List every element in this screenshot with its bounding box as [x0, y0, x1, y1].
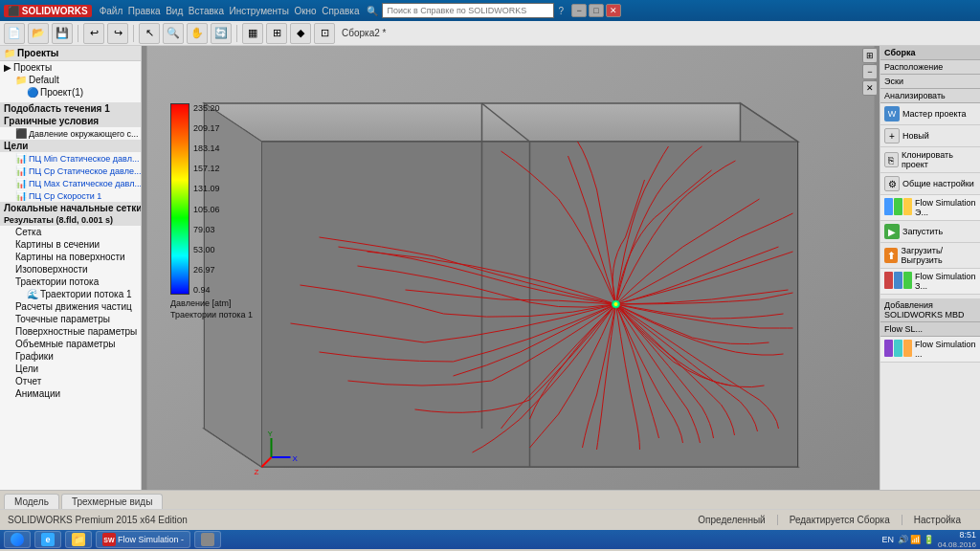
clone-icon: ⎘ [884, 152, 899, 167]
start-icon [11, 533, 24, 546]
tree-item-mesh[interactable]: Сетка [0, 226, 141, 238]
tree-item-volume-params[interactable]: Объемные параметры [0, 338, 141, 350]
tree-section-init-mesh[interactable]: Локальные начальные сетки [0, 202, 141, 214]
tree-item-report[interactable]: Отчет [0, 375, 141, 387]
legend-val-3: 157.12 [193, 164, 220, 173]
rp-btn-new[interactable]: + Новый [880, 125, 980, 147]
taskbar-ie[interactable]: e [34, 531, 61, 548]
svg-point-10 [612, 300, 620, 308]
tree-item-goal3[interactable]: 📊 ПЦ Max Статическое давл... [0, 177, 141, 189]
viewport-minimize-button[interactable]: − [862, 64, 878, 79]
tree-item-project1[interactable]: 🔵 Проект(1) [0, 86, 141, 99]
taskbar-start[interactable] [4, 531, 31, 548]
viewport[interactable]: X Y Z 235.20 209.17 183.14 157.12 131.09… [142, 46, 880, 490]
pan-button[interactable]: ✋ [187, 23, 208, 44]
tree-item-goal2[interactable]: 📊 ПЦ Ср Статическое давле... [0, 165, 141, 177]
new-button[interactable]: 📄 [4, 23, 25, 44]
tree-item-isosurfaces[interactable]: Изоповерхности [0, 263, 141, 276]
tree-label: ПЦ Ср Скорости 1 [29, 191, 101, 201]
tree-item-projects[interactable]: ▶ Проекты [0, 61, 141, 74]
taskbar: e 📁 SW Flow Simulation - EN 🔊 📶 🔋 8:51 0… [0, 530, 980, 549]
taskbar-sw-item[interactable]: SW Flow Simulation - [96, 531, 190, 548]
rp-tab-assembly[interactable]: Сборка [880, 46, 980, 60]
tree-item-traj1[interactable]: 🌊 Траектории потока 1 [0, 288, 141, 300]
view-section[interactable]: ⊡ [314, 23, 335, 44]
btn-label: Общие настройки [902, 179, 974, 188]
tree-section-subdomain[interactable]: Подобласть течения 1 [0, 102, 141, 115]
legend-val-2: 183.14 [193, 143, 220, 153]
btn-label: Запустить [902, 227, 943, 236]
tree-item-surface-plots[interactable]: Картины на поверхности [0, 251, 141, 263]
rp-btn-run[interactable]: ▶ Запустить [880, 221, 980, 243]
view-iso[interactable]: ◆ [290, 23, 311, 44]
zoom-button[interactable]: 🔍 [163, 23, 184, 44]
goal-icon: 📊 [15, 153, 27, 164]
tree-item-goal1[interactable]: 📊 ПЦ Min Статическое давл... [0, 152, 141, 165]
rp-btn-clone[interactable]: ⎘ Клонировать проект [880, 147, 980, 173]
tree-section-boundaries[interactable]: Граничные условия [0, 115, 141, 127]
svg-text:Y: Y [268, 430, 274, 438]
taskbar-folder[interactable]: 📁 [65, 531, 92, 548]
tree-item-point-params[interactable]: Точечные параметры [0, 313, 141, 325]
right-panel: Сборка Расположение Эски Анализировать W… [880, 46, 980, 490]
search-input[interactable] [382, 3, 554, 18]
rp-btn-flow-sim3[interactable]: Flow Simulation ... [880, 337, 980, 363]
legend-val-5: 105.06 [193, 205, 220, 214]
search-icon: 🔍 [367, 6, 378, 16]
tree-item-pressure[interactable]: ⬛ Давление окружающего с... [0, 127, 141, 140]
tab-label: Эски [884, 77, 903, 86]
goal-icon: 📊 [15, 178, 27, 188]
tree-section-results[interactable]: Результаты (8.fld, 0.001 s) [0, 214, 141, 226]
rp-btn-flow-sim1[interactable]: Flow Simulation Э... [880, 195, 980, 221]
btn-label: Новый [902, 131, 929, 141]
title-bar: ⬛ SOLIDWORKS Файл Правка Вид Вставка Инс… [0, 0, 980, 21]
taskbar-extra[interactable] [194, 531, 221, 548]
legend-val-0: 235.20 [193, 103, 220, 113]
rp-tab-analyze[interactable]: Анализировать [880, 89, 980, 103]
viewport-close-button[interactable]: ✕ [862, 80, 878, 96]
flow-icons3 [884, 340, 912, 359]
rp-btn-load[interactable]: ⬆ Загрузить/Выгрузить [880, 243, 980, 269]
tree-label: ПЦ Min Статическое давл... [29, 154, 139, 164]
tree-item-section-plots[interactable]: Картины в сечении [0, 238, 141, 251]
select-button[interactable]: ↖ [139, 23, 160, 44]
maximize-button[interactable]: □ [589, 4, 604, 17]
tree-item-particle-calc[interactable]: Расчеты движения частиц [0, 300, 141, 313]
rp-tab-mbd[interactable]: Добавления SOLIDWORKS MBD [880, 298, 980, 322]
tab-model[interactable]: Модель [4, 494, 59, 509]
rp-btn-flow-sim2[interactable]: Flow Simulation З... [880, 269, 980, 295]
tree-section-goals[interactable]: Цели [0, 140, 141, 152]
panel-header: 📁 Проекты [0, 46, 141, 61]
tab-label: Сборка [884, 48, 915, 57]
view-front[interactable]: ▦ [242, 23, 263, 44]
section-label: Результаты (8.fld, 0.001 s) [4, 215, 113, 225]
redo-button[interactable]: ↪ [107, 23, 128, 44]
tree-item-surface-params[interactable]: Поверхностные параметры [0, 325, 141, 338]
rp-tab-flow-sl[interactable]: Flow SL... [880, 322, 980, 337]
close-button[interactable]: ✕ [606, 4, 621, 17]
separator-3 [236, 25, 237, 42]
tree-item-default[interactable]: 📁 Default [0, 74, 141, 86]
rp-tab-location[interactable]: Расположение [880, 60, 980, 75]
tree-item-goal4[interactable]: 📊 ПЦ Ср Скорости 1 [0, 189, 141, 202]
rp-tab-sketch[interactable]: Эски [880, 75, 980, 89]
open-button[interactable]: 📂 [28, 23, 49, 44]
undo-button[interactable]: ↩ [83, 23, 104, 44]
tree-item-goals2[interactable]: Цели [0, 363, 141, 375]
tab-3d-views[interactable]: Трехмерные виды [61, 494, 163, 509]
legend-val-8: 26.97 [193, 265, 220, 275]
view-top[interactable]: ⊞ [266, 23, 287, 44]
tree-item-flow-traj[interactable]: Траектории потока [0, 276, 141, 288]
minimize-button[interactable]: − [571, 4, 587, 17]
tree-container: ▶ Проекты 📁 Default 🔵 Проект(1) Подоблас… [0, 61, 141, 490]
rotate-button[interactable]: 🔄 [211, 23, 232, 44]
tree-item-graphs[interactable]: Графики [0, 350, 141, 363]
viewport-controls: ⊞ − ✕ [862, 48, 878, 96]
status-item-2: Редактируется Сборка [778, 515, 902, 525]
save-button[interactable]: 💾 [52, 23, 73, 44]
tree-item-animations[interactable]: Анимации [0, 387, 141, 400]
folder-icon: 📁 [72, 533, 85, 546]
viewport-maximize-button[interactable]: ⊞ [862, 48, 878, 63]
rp-btn-project-wizard[interactable]: W Мастер проекта [880, 103, 980, 125]
rp-btn-settings[interactable]: ⚙ Общие настройки [880, 173, 980, 195]
